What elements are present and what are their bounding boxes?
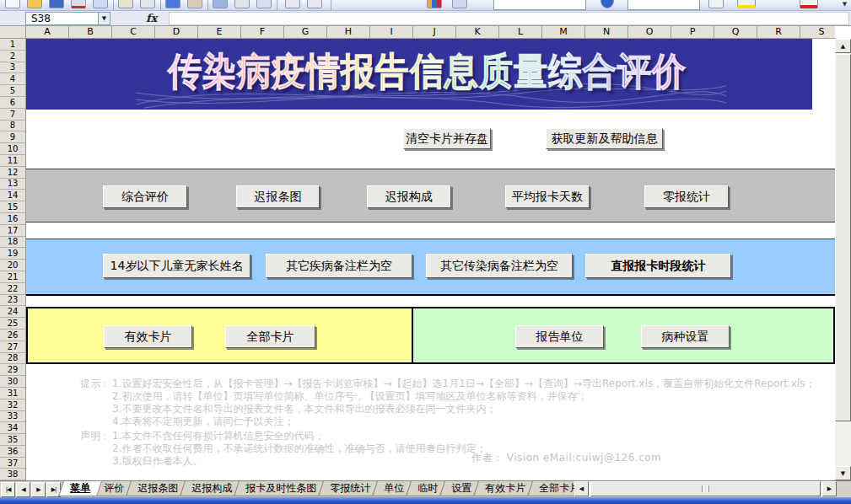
row-header[interactable]: 30 — [0, 376, 25, 388]
row-header[interactable]: 11 — [0, 155, 25, 167]
row-header[interactable]: 29 — [0, 364, 25, 376]
column-header[interactable]: P — [671, 26, 714, 38]
insert-function-icon[interactable]: fx — [146, 12, 157, 24]
font-color-icon[interactable] — [800, 0, 818, 8]
row-header[interactable]: 23 — [0, 295, 25, 307]
row-header[interactable]: 3 — [0, 62, 25, 74]
new-icon[interactable] — [5, 0, 20, 8]
row-header[interactable]: 4 — [0, 73, 25, 85]
row-header[interactable]: 2 — [0, 51, 25, 62]
sheet-button[interactable]: 报告单位 — [515, 325, 604, 348]
row-header[interactable]: 37 — [0, 458, 25, 469]
row-header[interactable]: 6 — [0, 97, 25, 109]
sheet-button[interactable]: 全部卡片 — [225, 325, 315, 348]
column-header[interactable]: S — [800, 26, 835, 38]
row-header[interactable]: 33 — [0, 411, 25, 423]
row-header[interactable]: 26 — [0, 330, 25, 341]
zoom-combobox[interactable] — [493, 0, 586, 10]
sort-desc-icon[interactable] — [307, 0, 322, 8]
select-all-corner[interactable] — [0, 26, 26, 39]
scroll-left-icon[interactable]: ◀ — [574, 481, 589, 496]
row-header[interactable]: 8 — [0, 121, 25, 132]
copy-icon[interactable] — [140, 0, 155, 8]
row-header[interactable]: 7 — [0, 109, 25, 121]
sheet-button[interactable]: 综合评价 — [103, 185, 187, 208]
autosum-icon[interactable] — [234, 0, 250, 8]
formula-input[interactable] — [169, 12, 849, 25]
sheet-button[interactable]: 直报报卡时段统计 — [585, 254, 731, 278]
column-header[interactable]: B — [69, 26, 112, 38]
column-header[interactable]: R — [757, 26, 800, 38]
column-header[interactable]: C — [112, 26, 155, 38]
sheet-button[interactable]: 有效卡片 — [104, 325, 192, 348]
row-header[interactable]: 22 — [0, 283, 25, 295]
undo-icon[interactable] — [256, 0, 272, 8]
paste-icon[interactable] — [187, 0, 202, 8]
row-header[interactable]: 16 — [0, 213, 25, 225]
drawing-icon[interactable] — [452, 0, 467, 8]
name-box[interactable]: S38 — [25, 12, 98, 25]
column-header[interactable]: L — [499, 26, 542, 38]
row-header[interactable]: 24 — [0, 306, 25, 318]
horizontal-scroll-track[interactable] — [589, 481, 822, 496]
mail-icon[interactable] — [118, 0, 133, 8]
row-header[interactable]: 12 — [0, 167, 25, 179]
toolbar-options-icon[interactable]: ▼ — [840, 1, 849, 10]
sheet-button[interactable]: 零报统计 — [644, 185, 729, 208]
vertical-scrollbar[interactable]: ▲ ▼ — [835, 39, 851, 480]
sheet-button[interactable]: 病种设置 — [641, 325, 730, 348]
sheet-button[interactable]: 迟报构成 — [367, 185, 451, 208]
row-header[interactable]: 13 — [0, 179, 25, 190]
row-header[interactable]: 17 — [0, 225, 25, 237]
column-header[interactable]: D — [155, 26, 198, 38]
open-folder-icon[interactable] — [27, 0, 42, 8]
sheet-button[interactable]: 其它传染病备注栏为空 — [426, 254, 573, 278]
next-sheet-button[interactable]: ▶ — [31, 482, 46, 497]
sheet-tab[interactable]: 菜单 — [58, 481, 102, 496]
first-sheet-button[interactable]: |◀ — [1, 482, 15, 497]
row-header[interactable]: 19 — [0, 248, 25, 260]
column-header[interactable]: G — [284, 26, 327, 38]
help-icon[interactable] — [601, 0, 614, 8]
name-box-dropdown-icon[interactable]: ▼ — [98, 12, 110, 25]
row-header[interactable]: 21 — [0, 271, 25, 283]
save-icon[interactable] — [49, 0, 64, 8]
column-header[interactable]: Q — [714, 26, 757, 38]
print-icon[interactable] — [71, 0, 86, 8]
row-header[interactable]: 20 — [0, 260, 25, 271]
hyperlink-icon[interactable] — [213, 0, 228, 8]
sheet-button[interactable]: 14岁以下儿童无家长姓名 — [103, 254, 250, 278]
scroll-down-icon[interactable]: ▼ — [835, 466, 851, 480]
row-header[interactable]: 35 — [0, 434, 25, 446]
spelling-icon[interactable] — [165, 0, 180, 8]
scroll-up-icon[interactable]: ▲ — [835, 39, 851, 53]
borders-icon[interactable] — [708, 0, 724, 8]
column-header[interactable]: J — [413, 26, 456, 38]
column-header[interactable]: E — [198, 26, 241, 38]
column-header[interactable]: K — [456, 26, 499, 38]
prev-sheet-button[interactable]: ◀ — [16, 482, 30, 497]
row-header[interactable]: 25 — [0, 318, 25, 330]
horizontal-scrollbar[interactable]: ◀ ▶ — [574, 481, 837, 496]
sheet-button[interactable]: 平均报卡天数 — [505, 185, 590, 208]
row-header[interactable]: 14 — [0, 190, 25, 201]
column-header[interactable]: N — [585, 26, 628, 38]
horizontal-scroll-thumb[interactable] — [590, 481, 821, 496]
clear-cards-save-button[interactable]: 清空卡片并存盘 — [403, 128, 491, 149]
chart-wizard-icon[interactable] — [427, 0, 442, 8]
sheet-button[interactable]: 迟报条图 — [236, 185, 320, 208]
row-header[interactable]: 15 — [0, 201, 25, 213]
column-header[interactable]: A — [26, 26, 69, 38]
print-preview-icon[interactable] — [93, 0, 108, 8]
row-header[interactable]: 1 — [0, 39, 25, 51]
column-header[interactable]: H — [327, 26, 370, 38]
sort-asc-icon[interactable] — [285, 0, 300, 8]
row-header[interactable]: 31 — [0, 388, 25, 399]
row-header[interactable]: 9 — [0, 131, 25, 143]
row-header[interactable]: 18 — [0, 237, 25, 249]
scroll-right-icon[interactable]: ▶ — [822, 481, 837, 496]
column-header[interactable]: I — [370, 26, 413, 38]
sheet-button[interactable]: 其它疾病备注栏为空 — [266, 254, 412, 278]
row-header[interactable]: 10 — [0, 143, 25, 155]
column-header[interactable]: M — [542, 26, 585, 38]
